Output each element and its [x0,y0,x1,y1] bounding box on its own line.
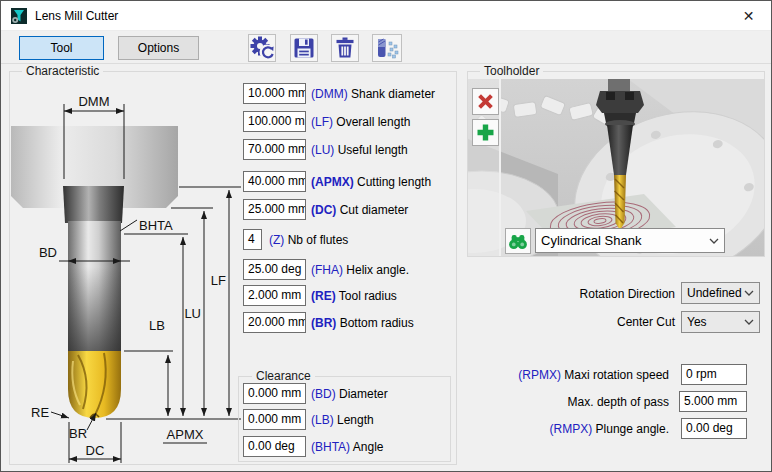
center-cut-label: Center Cut [501,315,675,329]
tab-tool[interactable]: Tool [19,36,104,60]
tool-chips-icon [373,35,401,61]
cutting-length-input[interactable]: 40.000 mm [243,171,306,192]
diagram-neck [63,186,124,223]
helix-angle-input[interactable]: 25.00 deg [243,259,306,280]
cut-diameter-input[interactable]: 25.000 mm [243,199,306,220]
clearance-angle-label: (BHTA) Angle [311,440,383,454]
window-title: Lens Mill Cutter [35,1,118,31]
rotation-direction-label: Rotation Direction [501,287,675,301]
overall-length-label: (LF) Overall length [311,115,410,129]
rotation-direction-value: Undefined [687,286,742,300]
gear-refresh-icon [249,35,275,61]
max-rotation-speed-input[interactable]: 0 rpm [681,364,747,385]
tool-radius-label: (RE) Tool radius [311,289,397,303]
clearance-diameter-input[interactable]: 0.000 mm [243,383,306,404]
plunge-angle-input[interactable]: 0.00 deg [681,418,747,439]
dim-label-bhta: BHTA [139,218,173,233]
chips-simulation-button[interactable] [372,34,402,62]
close-icon[interactable]: ✕ [726,1,771,31]
chevron-down-icon [744,319,754,325]
cut-diameter-label: (DC) Cut diameter [311,203,408,217]
helix-angle-label: (FHA) Helix angle. [311,263,409,277]
center-cut-select[interactable]: Yes [681,311,760,333]
useful-length-label: (LU) Useful length [311,143,408,157]
bottom-radius-input[interactable]: 20.000 mm [243,312,306,333]
clearance-diameter-label: (BD) Diameter [311,387,388,401]
save-icon [291,35,317,61]
reload-tool-button[interactable] [248,34,276,62]
dim-label-lb: LB [149,318,165,333]
center-cut-value: Yes [687,315,707,329]
trash-icon [332,35,358,61]
binoculars-icon [507,230,529,252]
dim-label-re: RE [31,405,49,420]
delete-tool-button[interactable] [331,34,359,62]
add-toolholder-button[interactable] [472,119,499,146]
delete-toolholder-button[interactable] [472,88,499,115]
max-depth-of-pass-input[interactable]: 5.000 mm [679,391,747,412]
tab-options[interactable]: Options [118,36,199,60]
chevron-down-icon [744,290,754,296]
tool-diagram: DMM BHTA BD LF LU LB RE BR APMX DC [11,79,241,464]
plunge-angle-label: (RMPX) Plunge angle. [461,422,669,436]
app-icon [11,8,27,24]
dim-label-apmx: APMX [167,427,204,442]
dim-label-lu: LU [184,306,201,321]
cutting-length-label: (APMX) Cutting length [311,175,431,189]
clearance-length-input[interactable]: 0.000 mm [243,409,306,430]
browse-toolholder-button[interactable] [505,228,531,254]
shank-type-select[interactable]: Cylindrical Shank [535,228,725,253]
clearance-length-label: (LB) Length [311,413,374,427]
dim-label-br: BR [69,426,87,441]
nb-flutes-label: (Z) Nb of flutes [269,233,348,247]
chevron-down-icon [709,238,719,244]
dialog-lens-mill-cutter: Lens Mill Cutter ✕ Tool Options [0,0,772,472]
characteristic-group-title: Characteristic [22,64,103,78]
overall-length-input[interactable]: 100.000 mr [243,111,306,132]
clearance-group-title: Clearance [252,369,315,383]
clearance-angle-input[interactable]: 0.00 deg [243,436,306,457]
shank-diameter-input[interactable]: 10.000 mm [243,83,306,104]
dim-label-bd: BD [39,245,57,260]
dim-label-dmm: DMM [78,94,109,109]
max-rotation-speed-label: (RPMX) Maxi rotation speed [461,368,669,382]
dim-label-lf: LF [211,273,226,288]
nb-flutes-input[interactable]: 4 [243,229,262,250]
rotation-direction-select[interactable]: Undefined [681,282,760,304]
bottom-radius-label: (BR) Bottom radius [311,316,414,330]
green-plus-icon [475,122,496,143]
shank-diameter-label: (DMM) Shank diameter [311,87,435,101]
title-bar: Lens Mill Cutter ✕ [1,1,771,31]
shank-type-value: Cylindrical Shank [541,233,641,248]
toolbar-separator [1,63,771,64]
red-x-icon [475,91,496,112]
max-depth-of-pass-label: Max. depth of pass [461,395,669,409]
tool-radius-input[interactable]: 2.000 mm [243,285,306,306]
dim-label-dc: DC [86,443,105,458]
diagram-cutter-tip [68,351,121,418]
save-tool-button[interactable] [290,34,318,62]
toolholder-group-title: Toolholder [480,64,543,78]
useful-length-input[interactable]: 70.000 mm [243,139,306,160]
